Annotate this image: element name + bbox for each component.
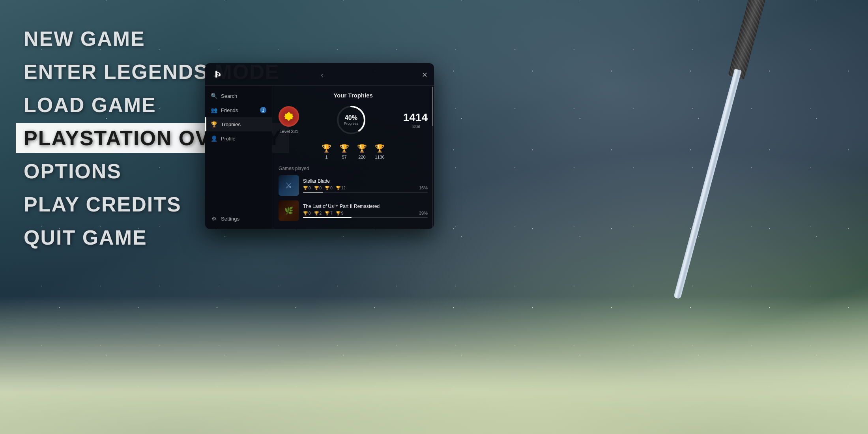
stellar-blade-info: Stellar Blade 🏆 0 🏆 0 🏆 0 [303, 178, 428, 193]
panel-close-button[interactable]: ✕ [422, 71, 428, 79]
stellar-blade-trophies: 🏆 0 🏆 0 🏆 0 🏆 12 [303, 185, 428, 190]
playstation-overlay-panel: ‹ ✕ 🔍 Search 👥 Friends 1 🏆 Trophies 👤 Pr… [205, 63, 434, 229]
search-icon: 🔍 [211, 93, 217, 99]
scroll-thumb[interactable] [432, 87, 433, 126]
sidebar-item-trophies[interactable]: 🏆 Trophies [205, 117, 272, 131]
scroll-indicator [432, 87, 433, 229]
trophy-level: Level 231 [279, 106, 299, 134]
bronze-count: 1136 [375, 155, 384, 159]
lou-gold-count: 2 [320, 211, 322, 215]
trophy-type-bronze: 🏆 1136 [375, 144, 385, 159]
lou-platinum-icon: 🏆 [303, 211, 308, 215]
sidebar-search-label: Search [221, 93, 237, 99]
trophy-types: 🏆 1 🏆 57 🏆 220 🏆 1136 [279, 144, 428, 159]
trophy-stats: Level 231 40% Progress 1414 To [279, 104, 428, 136]
sb-silver: 🏆 0 [325, 186, 333, 190]
last-of-us-thumbnail [279, 200, 299, 221]
game-item-last-of-us[interactable]: The Last of Us™ Part II Remastered 🏆 0 🏆… [279, 200, 428, 221]
panel-back-button[interactable]: ‹ [321, 71, 323, 79]
gold-count: 57 [342, 155, 346, 159]
progress-circle: 40% Progress [335, 104, 367, 136]
panel-sidebar: 🔍 Search 👥 Friends 1 🏆 Trophies 👤 Profil… [205, 86, 272, 229]
lou-bronze-count: 9 [341, 211, 344, 215]
sidebar-settings-label: Settings [221, 216, 239, 222]
platinum-count: 1 [325, 155, 327, 159]
total-number: 1414 [403, 111, 428, 124]
games-section-title: Games played [279, 166, 428, 171]
progress-label: Progress [344, 122, 358, 125]
section-title: Your Trophies [279, 92, 428, 99]
friends-icon: 👥 [211, 107, 217, 113]
sb-gold-icon: 🏆 [314, 186, 319, 190]
trophies-icon: 🏆 [211, 121, 217, 127]
game-item-stellar-blade[interactable]: Stellar Blade 🏆 0 🏆 0 🏆 0 [279, 175, 428, 196]
bronze-icon: 🏆 [375, 144, 385, 153]
stellar-blade-title: Stellar Blade [303, 178, 428, 184]
trophy-type-gold: 🏆 57 [339, 144, 349, 159]
silver-count: 220 [358, 155, 365, 159]
last-of-us-info: The Last of Us™ Part II Remastered 🏆 0 🏆… [303, 204, 428, 218]
stellar-blade-progress-bar [303, 192, 428, 193]
sb-platinum-count: 0 [309, 186, 311, 190]
panel-main-content: Your Trophies Level 231 [272, 86, 434, 229]
sb-bronze-icon: 🏆 [336, 186, 340, 190]
lou-gold-icon: 🏆 [314, 211, 319, 215]
lou-platinum: 🏆 0 [303, 211, 311, 215]
trophy-type-silver: 🏆 220 [357, 144, 367, 159]
profile-icon: 👤 [211, 135, 217, 142]
lou-platinum-count: 0 [309, 211, 311, 215]
trophy-level-icon [279, 106, 299, 127]
gold-icon: 🏆 [339, 144, 349, 153]
lou-silver-icon: 🏆 [325, 211, 329, 215]
friends-badge: 1 [260, 107, 266, 113]
lou-silver: 🏆 7 [325, 211, 333, 215]
sidebar-item-profile[interactable]: 👤 Profile [205, 131, 272, 146]
sb-silver-count: 0 [330, 186, 333, 190]
last-of-us-progress-fill [303, 217, 352, 218]
last-of-us-trophies: 🏆 0 🏆 2 🏆 7 🏆 9 [303, 211, 428, 215]
sb-bronze: 🏆 12 [336, 186, 346, 190]
trophy-type-platinum: 🏆 1 [322, 144, 331, 159]
sidebar-trophies-label: Trophies [221, 122, 241, 127]
sb-gold-count: 0 [320, 186, 322, 190]
progress-circle-text: 40% Progress [335, 104, 367, 136]
last-of-us-progress-bar [303, 217, 428, 218]
lou-gold: 🏆 2 [314, 211, 322, 215]
platinum-icon: 🏆 [322, 144, 331, 153]
trophy-level-text: Level 231 [279, 129, 298, 134]
panel-body: 🔍 Search 👥 Friends 1 🏆 Trophies 👤 Profil… [205, 86, 434, 229]
sb-platinum-icon: 🏆 [303, 186, 308, 190]
progress-percentage: 40% [345, 114, 357, 122]
foliage [0, 296, 868, 434]
silver-icon: 🏆 [357, 144, 367, 153]
sb-silver-icon: 🏆 [325, 186, 329, 190]
total-label: Total [403, 124, 428, 129]
last-of-us-title: The Last of Us™ Part II Remastered [303, 204, 428, 209]
last-of-us-art [279, 200, 299, 221]
sb-bronze-count: 12 [341, 186, 346, 190]
sidebar-item-search[interactable]: 🔍 Search [205, 89, 272, 103]
lou-bronze-icon: 🏆 [336, 211, 340, 215]
stellar-blade-art [279, 175, 299, 196]
stellar-blade-pct: 16% [419, 185, 428, 190]
sb-gold: 🏆 0 [314, 186, 322, 190]
sidebar-item-friends[interactable]: 👥 Friends 1 [205, 103, 272, 117]
ps-logo [211, 69, 223, 81]
lou-bronze: 🏆 9 [336, 211, 344, 215]
total-trophies: 1414 Total [403, 111, 428, 129]
sidebar-item-settings[interactable]: ⚙ Settings [205, 211, 272, 226]
sidebar-friends-label: Friends [221, 107, 238, 113]
menu-item-new-game[interactable]: NEW GAME [24, 24, 289, 54]
sidebar-profile-label: Profile [221, 136, 236, 142]
settings-icon: ⚙ [211, 215, 217, 222]
stellar-blade-thumbnail [279, 175, 299, 196]
last-of-us-pct: 39% [419, 211, 428, 215]
panel-header: ‹ ✕ [205, 63, 434, 86]
lou-silver-count: 7 [330, 211, 333, 215]
stellar-blade-progress-fill [303, 192, 323, 193]
sb-platinum: 🏆 0 [303, 186, 311, 190]
